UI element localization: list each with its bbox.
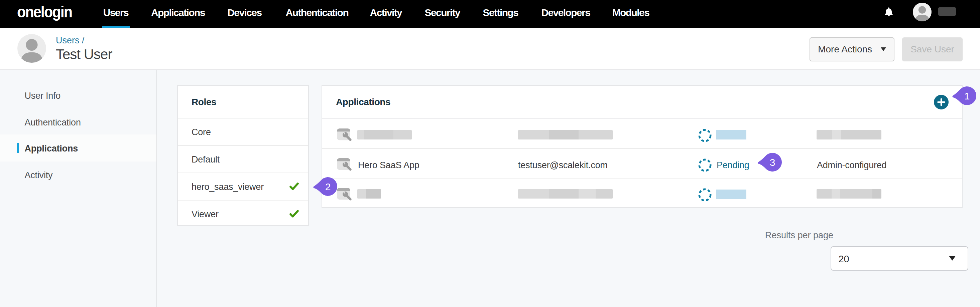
svg-text:2: 2 — [325, 181, 331, 192]
svg-text:1: 1 — [964, 90, 970, 101]
svg-text:3: 3 — [770, 157, 775, 168]
